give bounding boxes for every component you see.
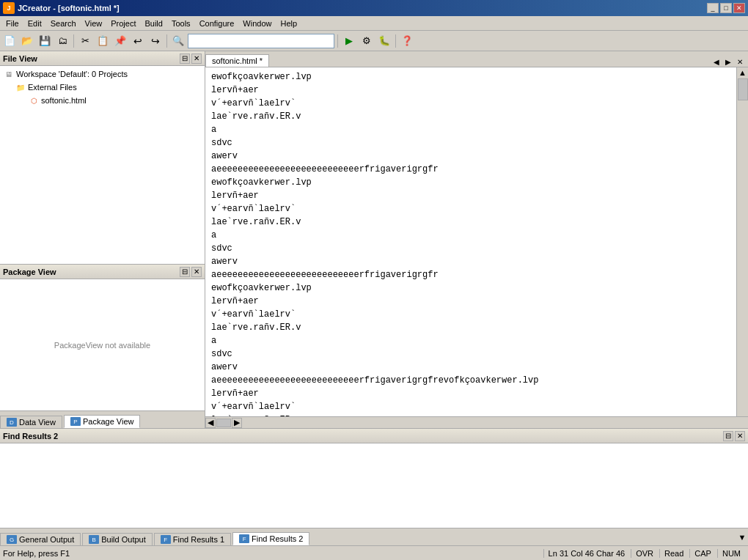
app-icon: J <box>3 2 15 14</box>
menu-file[interactable]: File <box>1 18 23 29</box>
sep2 <box>166 34 167 48</box>
find-results-2-label: Find Results 2 <box>252 534 303 543</box>
bottom-panel: Find Results 2 ⊟ ✕ G General Output B Bu… <box>0 428 748 545</box>
file-view-panel[interactable]: 🖥 Workspace 'Default': 0 Projects 📁 Exte… <box>0 66 205 264</box>
bottom-panel-tabs: G General Output B Build Output F Find R… <box>0 528 748 545</box>
save-button[interactable]: 💾 <box>37 33 53 49</box>
build-output-icon: B <box>89 535 99 544</box>
close-bottom-button[interactable]: ✕ <box>735 431 745 441</box>
editor-tab-softonic[interactable]: softonic.html * <box>205 54 269 67</box>
compile-button[interactable]: ⚙ <box>359 33 375 49</box>
external-files-item[interactable]: 📁 External Files <box>1 81 203 94</box>
find-results-1-label: Find Results 1 <box>173 535 224 544</box>
editor-tab-label: softonic.html * <box>212 56 263 65</box>
menu-project[interactable]: Project <box>106 18 140 29</box>
status-ovr: OVR <box>631 549 658 558</box>
editor-content[interactable]: ewofkçoavkerwer.lvp lervñ+aer v´+earvñ`l… <box>205 67 736 416</box>
build-output-tab[interactable]: B Build Output <box>82 533 153 545</box>
data-view-tab[interactable]: D Data View <box>0 416 62 428</box>
editor-tabs: softonic.html * ◀ ▶ ✕ <box>205 51 748 67</box>
file-view-controls: ⊟ ✕ <box>180 54 202 64</box>
package-view-tab[interactable]: P Package View <box>64 415 141 428</box>
find-results-2-tab[interactable]: F Find Results 2 <box>232 532 309 545</box>
paste-button[interactable]: 📌 <box>112 33 128 49</box>
cut-button[interactable]: ✂ <box>77 33 93 49</box>
right-panel: softonic.html * ◀ ▶ ✕ ewofkçoavkerwer.lv… <box>205 51 748 428</box>
redo-button[interactable]: ↪ <box>147 33 164 49</box>
menu-build[interactable]: Build <box>140 18 166 29</box>
menu-help[interactable]: Help <box>276 18 301 29</box>
title-controls: _ □ ✕ <box>707 3 745 13</box>
package-view-title: Package View <box>3 268 56 276</box>
sep1 <box>73 34 74 48</box>
menu-configure[interactable]: Configure <box>195 18 239 29</box>
run-button[interactable]: ▶ <box>341 33 357 49</box>
html-file-icon: ⬡ <box>28 95 40 106</box>
package-empty-text: PackageView not available <box>54 341 150 350</box>
pin-button[interactable]: ⊟ <box>180 54 190 64</box>
find-results-1-icon: F <box>161 535 171 544</box>
package-view-tab-icon: P <box>70 417 81 426</box>
main-area: File View ⊟ ✕ 🖥 Workspace 'Default': 0 P… <box>0 51 748 428</box>
package-view-content: PackageView not available <box>0 279 205 410</box>
bottom-panel-controls: ⊟ ✕ <box>723 431 745 441</box>
menu-search[interactable]: Search <box>46 18 81 29</box>
sep4 <box>395 34 396 48</box>
general-output-icon: G <box>7 535 17 544</box>
scrollbar-thumb-v[interactable] <box>738 78 748 100</box>
menu-tools[interactable]: Tools <box>167 18 195 29</box>
status-num: NUM <box>717 549 745 558</box>
new-button[interactable]: 📄 <box>1 33 18 49</box>
find-results-1-tab[interactable]: F Find Results 1 <box>154 533 231 545</box>
general-output-label: General Output <box>19 535 74 544</box>
data-view-label: Data View <box>19 418 56 427</box>
sep3 <box>337 34 338 48</box>
status-right: Ln 31 Col 46 Char 46 OVR Read CAP NUM <box>543 549 745 558</box>
find-results-content[interactable] <box>0 443 748 528</box>
prev-tab-button[interactable]: ◀ <box>711 56 722 67</box>
menu-window[interactable]: Window <box>238 18 276 29</box>
menu-view[interactable]: View <box>81 18 107 29</box>
find-results-title: Find Results 2 <box>3 432 58 441</box>
bottom-panel-header: Find Results 2 ⊟ ✕ <box>0 429 748 443</box>
workspace-item[interactable]: 🖥 Workspace 'Default': 0 Projects <box>1 67 203 81</box>
close-button[interactable]: ✕ <box>733 3 745 13</box>
external-files-label: External Files <box>28 83 77 92</box>
file-view-title: File View <box>3 54 37 63</box>
title-bar: J JCreator - [softonic.html *] _ □ ✕ <box>0 0 748 16</box>
close-pkg-button[interactable]: ✕ <box>191 267 202 277</box>
file-item[interactable]: ⬡ softonic.html <box>1 94 203 107</box>
status-help-text: For Help, press F1 <box>3 549 70 558</box>
next-tab-button[interactable]: ▶ <box>723 56 733 67</box>
debug-button[interactable]: 🐛 <box>376 33 392 49</box>
vertical-scrollbar[interactable]: ▲ ▼ <box>736 67 748 416</box>
menu-bar: File Edit Search View Project Build Tool… <box>0 16 748 31</box>
general-output-tab[interactable]: G General Output <box>0 533 81 545</box>
scrollbar-thumb-h[interactable] <box>216 419 231 427</box>
editor-tab-controls: ◀ ▶ ✕ <box>711 56 748 67</box>
save-all-button[interactable]: 🗂 <box>54 33 70 49</box>
menu-edit[interactable]: Edit <box>23 18 46 29</box>
package-view-controls: ⊟ ✕ <box>180 267 202 277</box>
horizontal-scrollbar[interactable]: ◀ ▶ <box>205 416 748 428</box>
find-results-2-icon: F <box>239 534 249 543</box>
close-panel-button[interactable]: ✕ <box>191 54 202 64</box>
search-text-button[interactable]: 🔍 <box>170 33 186 49</box>
undo-button[interactable]: ↩ <box>130 33 146 49</box>
maximize-button[interactable]: □ <box>720 3 732 13</box>
search-combo[interactable] <box>188 34 334 48</box>
pin-pkg-button[interactable]: ⊟ <box>180 267 190 277</box>
package-view-tab-label: Package View <box>83 417 134 426</box>
open-button[interactable]: 📂 <box>19 33 35 49</box>
pin-bottom-button[interactable]: ⊟ <box>723 431 733 441</box>
minimize-button[interactable]: _ <box>707 3 719 13</box>
copy-button[interactable]: 📋 <box>95 33 111 49</box>
close-tab-button[interactable]: ✕ <box>735 56 745 67</box>
left-bottom-tabs: D Data View P Package View <box>0 410 205 428</box>
package-view-panel: Package View ⊟ ✕ PackageView not availab… <box>0 264 205 410</box>
editor-area[interactable]: ewofkçoavkerwer.lvp lervñ+aer v´+earvñ`l… <box>205 67 736 416</box>
status-position: Ln 31 Col 46 Char 46 <box>543 549 630 558</box>
workspace-label: Workspace 'Default': 0 Projects <box>16 70 128 78</box>
help-button[interactable]: ❓ <box>399 33 415 49</box>
left-panel: File View ⊟ ✕ 🖥 Workspace 'Default': 0 P… <box>0 51 205 428</box>
